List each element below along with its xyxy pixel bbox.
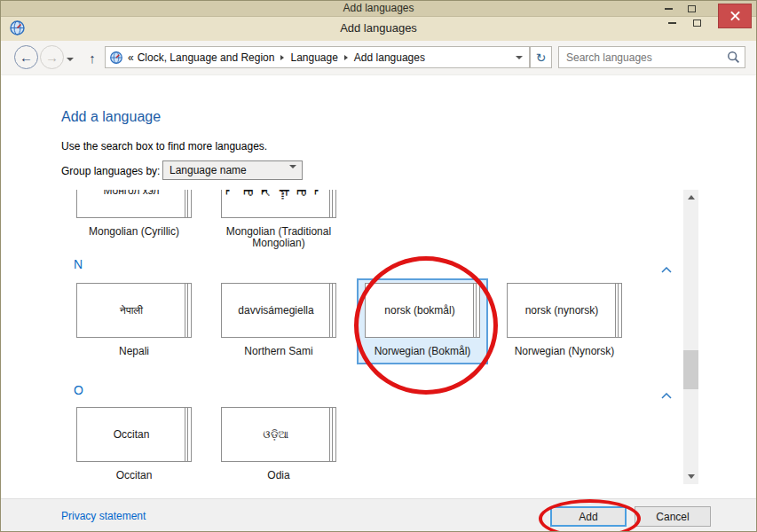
chevron-down-icon [516, 56, 523, 59]
page-title: Add a language [61, 109, 161, 125]
background-window-title: Add languages [1, 2, 756, 14]
add-button[interactable]: Add [550, 506, 627, 527]
language-list: Монгол хэл Mongolian (Cyrillic) ᠮᠣᠩᠭᠣᠯ M… [72, 190, 683, 484]
breadcrumb-item-language[interactable]: Language [290, 51, 337, 64]
language-tile-occitan[interactable]: Occitan Occitan [72, 407, 196, 481]
tile-label: Norwegian (Nynorsk) [502, 346, 627, 357]
scroll-up-button[interactable] [683, 190, 698, 205]
tile-native-text: davvisámegiella [234, 304, 322, 317]
maximize-icon [688, 5, 696, 12]
tile-card: नेपाली [76, 283, 192, 338]
language-tile-norwegian-nynorsk[interactable]: norsk (nynorsk) Norwegian (Nynorsk) [502, 283, 627, 357]
tile-card: Occitan [76, 407, 192, 462]
tile-native-text: ᠮᠣᠩᠭᠣᠯ [219, 190, 338, 201]
address-dropdown-button[interactable] [509, 47, 529, 67]
tile-card: ᠮᠣᠩᠭᠣᠯ [221, 190, 336, 218]
up-button[interactable]: ↑ [81, 46, 104, 69]
language-tile-mongolian-cyrillic[interactable]: Монгол хэл Mongolian (Cyrillic) [72, 190, 196, 238]
up-icon: ↑ [89, 51, 96, 66]
forward-button[interactable]: → [40, 45, 64, 69]
chevron-down-icon [289, 168, 296, 181]
tile-native-text: ଓଡ଼ିଆ [260, 428, 298, 441]
tile-card: ଓଡ଼ିଆ [221, 407, 336, 462]
tile-card: norsk (bokmål) [365, 283, 480, 338]
collapse-group-o-icon[interactable] [661, 387, 674, 394]
breadcrumb-separator-icon[interactable] [280, 55, 284, 60]
window-title: Add languages [1, 21, 756, 35]
tile-card: Монгол хэл [76, 190, 192, 218]
maximize-icon [693, 20, 701, 27]
tile-label: Norwegian (Bokmål) [360, 346, 485, 357]
minimize-icon [668, 22, 676, 24]
tile-label: Northern Sami [217, 346, 341, 357]
search-icon[interactable] [727, 51, 740, 64]
location-icon [109, 51, 123, 65]
language-tile-mongolian-traditional[interactable]: ᠮᠣᠩᠭᠣᠯ Mongolian (Traditional Mongolian) [217, 190, 341, 249]
group-header-n: N [74, 257, 83, 271]
tile-label: Occitan [72, 470, 196, 481]
triangle-down-icon [688, 474, 695, 479]
background-window-titlebar: Add languages [1, 1, 756, 17]
minimize-button[interactable] [661, 18, 682, 28]
chevron-down-icon [67, 58, 74, 61]
close-icon [729, 11, 741, 22]
maximize-button[interactable] [686, 18, 707, 28]
group-by-selected-value: Language name [170, 164, 247, 176]
navigation-bar: ← → ↑ « Clock, Language and Region Langu… [1, 41, 756, 75]
back-button[interactable]: ← [14, 45, 38, 69]
tile-native-text: Occitan [110, 428, 159, 441]
refresh-icon: ↻ [536, 51, 547, 65]
language-tile-norwegian-bokmal[interactable]: norsk (bokmål) Norwegian (Bokmål) [360, 283, 485, 357]
breadcrumb-overflow[interactable]: « [128, 51, 134, 64]
tile-native-text: norsk (nynorsk) [522, 304, 608, 317]
tile-label: Mongolian (Traditional Mongolian) [217, 226, 341, 249]
maximize-button-back[interactable] [681, 4, 702, 14]
back-icon: ← [20, 50, 33, 65]
instruction-text: Use the search box to find more language… [61, 140, 267, 153]
privacy-statement-link[interactable]: Privacy statement [61, 510, 146, 522]
tile-native-text: नेपाली [116, 304, 152, 317]
scroll-down-button[interactable] [683, 469, 698, 484]
cancel-button[interactable]: Cancel [635, 506, 711, 527]
language-tile-northern-sami[interactable]: davvisámegiella Northern Sami [217, 283, 341, 357]
recent-pages-dropdown[interactable] [65, 55, 75, 64]
group-by-dropdown[interactable]: Language name [162, 160, 303, 180]
add-languages-window: Add languages Add languages ← → ↑ [0, 0, 757, 532]
tile-label: Nepali [72, 346, 196, 357]
footer-bar: Privacy statement Add Cancel [1, 498, 756, 532]
titlebar: Add languages [1, 17, 756, 41]
tile-label: Mongolian (Cyrillic) [72, 226, 196, 238]
minimize-button-back[interactable] [658, 4, 679, 14]
group-header-o: O [74, 383, 83, 397]
tile-card: davvisámegiella [221, 283, 336, 338]
minimize-icon [665, 8, 673, 10]
refresh-button[interactable]: ↻ [530, 46, 552, 68]
tile-native-text: norsk (bokmål) [381, 304, 463, 317]
search-input[interactable] [559, 47, 726, 67]
breadcrumb-bar[interactable]: « Clock, Language and Region Language Ad… [105, 46, 530, 68]
language-tile-odia[interactable]: ଓଡ଼ିଆ Odia [217, 407, 341, 481]
collapse-group-n-icon[interactable] [661, 261, 674, 268]
search-box [558, 46, 745, 68]
language-tile-nepali[interactable]: नेपाली Nepali [72, 283, 196, 357]
breadcrumb-item-add-languages[interactable]: Add languages [354, 51, 425, 64]
scrollbar-thumb[interactable] [683, 350, 698, 389]
close-button[interactable] [718, 4, 752, 28]
tile-card: norsk (nynorsk) [507, 283, 622, 338]
group-by-label: Group languages by: [61, 165, 160, 177]
breadcrumb-item-clock-language-region[interactable]: Clock, Language and Region [138, 51, 275, 64]
breadcrumb-separator-icon[interactable] [344, 55, 348, 60]
tile-native-text: Монгол хэл [99, 190, 168, 197]
forward-icon: → [45, 50, 59, 65]
triangle-up-icon [688, 195, 695, 200]
list-scrollbar[interactable] [683, 190, 698, 484]
tile-label: Odia [217, 470, 341, 481]
